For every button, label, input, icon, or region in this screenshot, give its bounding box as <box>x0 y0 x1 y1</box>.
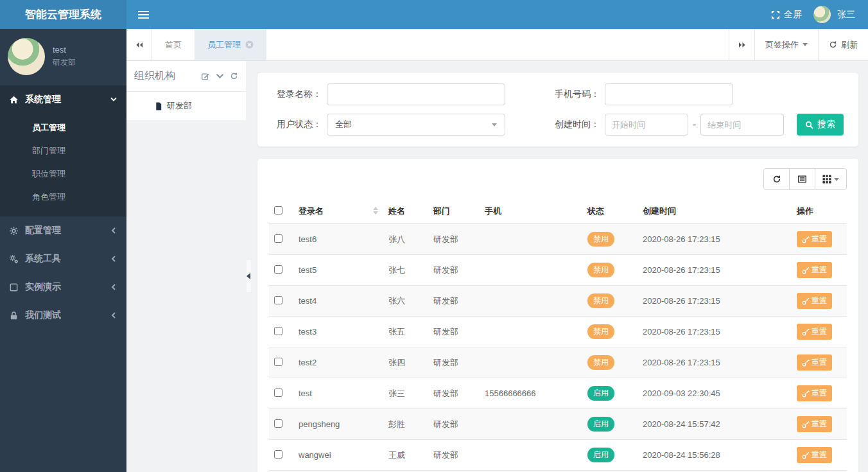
sidebar-item-config-management[interactable]: 配置管理 <box>0 216 126 245</box>
table-row: test5张七研发部禁用2020-08-26 17:23:15重置 <box>269 255 847 286</box>
cell-dept: 研发部 <box>428 440 480 471</box>
table-row: test2张四研发部禁用2020-08-26 17:23:15重置 <box>269 347 847 378</box>
end-time-input[interactable] <box>700 114 784 135</box>
row-checkbox[interactable] <box>274 265 282 274</box>
cell-name: 张五 <box>383 317 428 347</box>
login-name-label: 登录名称： <box>270 89 322 100</box>
user-avatar[interactable] <box>813 6 831 23</box>
sidebar-toggle-button[interactable] <box>126 0 160 29</box>
start-time-input[interactable] <box>605 114 688 135</box>
reset-password-button[interactable]: 重置 <box>797 354 832 371</box>
cell-dept: 研发部 <box>428 317 480 347</box>
user-panel-avatar[interactable] <box>8 38 45 75</box>
list-icon <box>797 175 807 184</box>
cell-login: wangwei <box>293 440 383 471</box>
reset-password-button[interactable]: 重置 <box>797 385 832 401</box>
cell-created: 2020-08-26 17:23:15 <box>638 286 792 317</box>
user-panel-dept: 研发部 <box>53 57 76 68</box>
sidebar-item-department-management[interactable]: 部门管理 <box>0 139 126 162</box>
cell-dept: 研发部 <box>428 378 480 409</box>
cell-name: 张三 <box>383 378 428 409</box>
cell-phone <box>480 347 582 378</box>
cell-phone <box>480 286 582 317</box>
status-badge: 禁用 <box>587 355 614 370</box>
cell-name: 王威 <box>383 440 428 471</box>
user-status-value: 全部 <box>335 119 352 130</box>
sidebar-item-system-tools[interactable]: 系统工具 <box>0 245 126 273</box>
search-button[interactable]: 搜索 <box>797 114 844 135</box>
login-name-input[interactable] <box>327 83 505 105</box>
cell-name: 张六 <box>383 286 428 317</box>
table-row: test3张五研发部禁用2020-08-26 17:23:15重置 <box>269 317 847 347</box>
key-icon <box>802 421 810 428</box>
panel-splitter[interactable] <box>246 61 252 472</box>
employee-table: 登录名 姓名 部门 手机 状态 创建时间 操作 test6张八研发部禁用2020… <box>269 199 847 472</box>
cell-login: test6 <box>293 224 383 255</box>
cell-login: test3 <box>293 317 383 347</box>
table-toggle-view-button[interactable] <box>789 168 815 190</box>
sidebar-item-system-management[interactable]: 系统管理 <box>0 85 126 114</box>
key-icon <box>802 297 810 305</box>
refresh-icon[interactable] <box>230 72 238 81</box>
column-header-name: 姓名 <box>383 199 428 224</box>
table-row: wangwei王威研发部启用2020-08-24 15:56:28重置 <box>269 440 847 471</box>
chevron-left-icon <box>110 283 117 291</box>
refresh-icon <box>829 40 837 49</box>
reset-password-button[interactable]: 重置 <box>797 231 832 247</box>
sidebar-item-position-management[interactable]: 职位管理 <box>0 162 126 186</box>
row-checkbox[interactable] <box>274 296 282 304</box>
status-badge: 启用 <box>587 448 614 462</box>
column-header-login[interactable]: 登录名 <box>293 199 383 224</box>
user-panel-name: test <box>53 45 76 55</box>
status-badge: 禁用 <box>587 324 614 339</box>
reset-password-button[interactable]: 重置 <box>797 416 832 432</box>
organization-panel: 组织机构 <box>126 61 246 472</box>
navbar-username[interactable]: 张三 <box>837 9 855 21</box>
content-area: 登录名称： 手机号码： 用户状态： 全部 创建时间： - <box>252 61 868 472</box>
row-checkbox[interactable] <box>274 234 282 243</box>
cell-created: 2020-08-24 15:57:42 <box>638 409 792 440</box>
sidebar-item-our-tests[interactable]: 我们测试 <box>0 301 126 329</box>
sidebar-item-demo-examples[interactable]: 实例演示 <box>0 273 126 301</box>
tabs-scroll-right-button[interactable] <box>729 29 754 60</box>
caret-down-icon <box>834 178 839 181</box>
cell-dept: 研发部 <box>428 347 480 378</box>
reset-password-button[interactable]: 重置 <box>797 293 832 309</box>
tab-operations-dropdown[interactable]: 页签操作 <box>754 29 818 60</box>
edit-icon[interactable] <box>201 72 210 81</box>
sort-icon[interactable] <box>373 207 378 214</box>
phone-input[interactable] <box>605 83 733 105</box>
reset-password-button[interactable]: 重置 <box>797 262 832 278</box>
collapse-handle-icon[interactable] <box>247 273 250 279</box>
row-checkbox[interactable] <box>274 389 282 397</box>
app-title: 智能云管理系统 <box>0 0 126 29</box>
home-icon <box>9 95 19 105</box>
tab-refresh-button[interactable]: 刷新 <box>818 29 868 60</box>
select-all-checkbox[interactable] <box>274 206 282 214</box>
row-checkbox[interactable] <box>274 450 282 459</box>
gear-icon <box>9 226 19 236</box>
cell-phone <box>480 255 582 286</box>
row-checkbox[interactable] <box>274 327 282 335</box>
cell-login: test <box>293 378 383 409</box>
tab-home[interactable]: 首页 <box>152 29 195 60</box>
tab-employee-management[interactable]: 员工管理 <box>195 29 266 60</box>
key-icon <box>802 359 810 367</box>
table-refresh-button[interactable] <box>763 168 790 190</box>
sidebar-item-role-management[interactable]: 角色管理 <box>0 186 126 209</box>
sidebar-item-employee-management[interactable]: 员工管理 <box>0 116 126 139</box>
tree-node-rd-department[interactable]: 研发部 <box>126 92 246 120</box>
tabs-scroll-left-button[interactable] <box>126 29 152 60</box>
reset-password-button[interactable]: 重置 <box>797 324 832 340</box>
reset-password-button[interactable]: 重置 <box>797 447 832 463</box>
cell-created: 2020-08-26 17:23:15 <box>638 317 792 347</box>
fullscreen-icon <box>771 10 780 19</box>
row-checkbox[interactable] <box>274 358 282 366</box>
user-status-select[interactable]: 全部 <box>327 114 505 135</box>
row-checkbox[interactable] <box>274 419 282 428</box>
fullscreen-button[interactable]: 全屏 <box>766 9 807 21</box>
chevron-down-icon[interactable] <box>216 72 224 81</box>
close-icon[interactable] <box>245 40 254 49</box>
lock-icon <box>9 311 19 320</box>
table-columns-button[interactable] <box>815 168 847 190</box>
